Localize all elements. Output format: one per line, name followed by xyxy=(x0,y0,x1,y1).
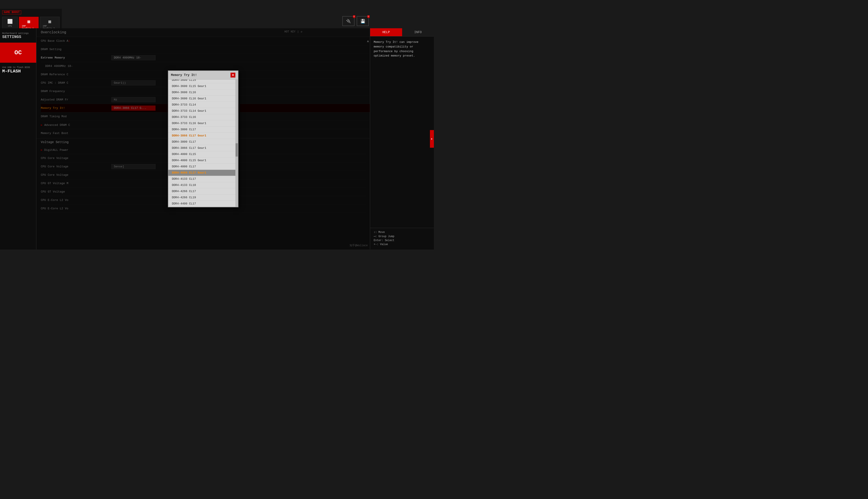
center-content: HOT KEY | ↺ ▲ Overclocking CPU Base Cloc… xyxy=(36,28,370,250)
left-sidebar: Motherboard settings SETTINGS OC Use USB… xyxy=(0,28,36,250)
list-item[interactable]: DDR4-4133 CL17 xyxy=(168,176,235,182)
cpu-profile-label: CPU xyxy=(8,25,12,27)
tab-info[interactable]: INFO xyxy=(402,28,434,36)
list-item[interactable]: DDR4-4400 CL17 xyxy=(168,201,235,207)
list-item[interactable]: DDR4-4266 CL17 xyxy=(168,188,235,195)
tab-help[interactable]: HELP xyxy=(370,28,402,36)
usb-icon-2[interactable]: U 💾 xyxy=(357,16,369,26)
nav-hint-group: ⟶: Group Jump xyxy=(374,235,430,238)
list-item[interactable]: DDR4-3800 CL17 xyxy=(168,126,235,133)
game-boost-label[interactable]: GAME BOOST xyxy=(2,10,21,14)
list-item[interactable]: DDR4-3733 CL14 xyxy=(168,102,235,108)
list-item[interactable]: DDR4-4266 CL19 xyxy=(168,195,235,201)
modal-list[interactable]: DisabledDDR4-3200 CL14DDR4-3200 CL15DDR4… xyxy=(168,80,235,207)
usb-badge-2: U xyxy=(367,15,370,18)
modal-scroll-thumb xyxy=(236,143,238,157)
usb-icons: U 🔌 U 💾 xyxy=(342,16,369,26)
xmp1-icon: ▦ xyxy=(27,19,30,24)
modal-header: Memory Try It! ✕ xyxy=(168,71,238,80)
modal-title: Memory Try It! xyxy=(171,73,197,77)
right-panel-tabs: HELP INFO xyxy=(370,28,434,36)
usb-symbol-1: 🔌 xyxy=(346,19,351,24)
list-item[interactable]: DDR4-3866 CL17 Gear1 xyxy=(168,133,235,139)
usb-symbol-2: 💾 xyxy=(361,19,365,24)
sidebar-collapse-btn[interactable]: ▶ xyxy=(430,130,434,148)
list-item[interactable]: DDR4-4000 CL17 Gear1 xyxy=(168,170,235,176)
list-item[interactable]: DDR4-4000 CL15 xyxy=(168,151,235,157)
modal-overlay: Memory Try It! ✕ DisabledDDR4-3200 CL14D… xyxy=(36,28,370,250)
nav-hint-enter: Enter: Select xyxy=(374,239,430,242)
settings-sub-label: Motherboard settings xyxy=(2,32,34,35)
nav-hint-move: ↕: Move xyxy=(374,231,430,234)
usb-icon-1[interactable]: U 🔌 xyxy=(342,16,354,26)
list-item[interactable]: DDR4-3800 CL17 xyxy=(168,139,235,145)
mflash-section[interactable]: Use USB to flash BIOS M-FLASH xyxy=(0,64,36,75)
oc-label: OC xyxy=(2,49,34,56)
list-item[interactable]: DDR4-4000 CL15 Gear1 xyxy=(168,157,235,163)
usb-badge-1: U xyxy=(353,15,355,18)
list-item[interactable]: DDR4-3733 CL16 xyxy=(168,114,235,120)
list-item[interactable]: DDR4-3733 CL16 Gear1 xyxy=(168,120,235,126)
modal-dialog: Memory Try It! ✕ DisabledDDR4-3200 CL14D… xyxy=(168,71,238,207)
xmp2-icon: ▦ xyxy=(48,19,51,24)
list-item[interactable]: DDR4-3600 CL16 xyxy=(168,89,235,96)
modal-body: DisabledDDR4-3200 CL14DDR4-3200 CL15DDR4… xyxy=(168,80,238,207)
mflash-title: M-FLASH xyxy=(2,69,34,74)
modal-scrollbar[interactable] xyxy=(235,80,238,207)
list-item[interactable]: DDR4-4000 CL17 xyxy=(168,163,235,170)
mflash-sub-label: Use USB to flash BIOS xyxy=(2,66,34,69)
nav-hint-value: +-: Value xyxy=(374,243,430,246)
nav-hints: ↕: Move ⟶: Group Jump Enter: Select +-: … xyxy=(370,228,434,250)
list-item[interactable]: DDR4-3600 CL15 xyxy=(168,80,235,83)
sidebar-collapse-icon: ▶ xyxy=(431,137,432,140)
cpu-icon: ⬜ xyxy=(7,19,13,24)
list-item[interactable]: DDR4-3600 CL16 Gear1 xyxy=(168,96,235,102)
right-panel: HELP INFO Memory Try It! can improve mem… xyxy=(370,28,434,250)
list-item[interactable]: DDR4-3733 CL14 Gear1 xyxy=(168,108,235,114)
settings-title: SETTINGS xyxy=(2,35,34,39)
sidebar-settings[interactable]: Motherboard settings SETTINGS xyxy=(0,31,36,41)
list-item[interactable]: DDR4-3866 CL17 Gear1 xyxy=(168,145,235,151)
right-panel-content: Memory Try It! can improve memory compat… xyxy=(370,36,434,228)
modal-close-button[interactable]: ✕ xyxy=(230,73,235,77)
list-item[interactable]: DDR4-4133 CL18 xyxy=(168,182,235,188)
oc-section[interactable]: OC xyxy=(0,42,36,63)
list-item[interactable]: DDR4-3600 CL15 Gear1 xyxy=(168,83,235,89)
help-text: Memory Try It! can improve memory compat… xyxy=(374,40,430,58)
